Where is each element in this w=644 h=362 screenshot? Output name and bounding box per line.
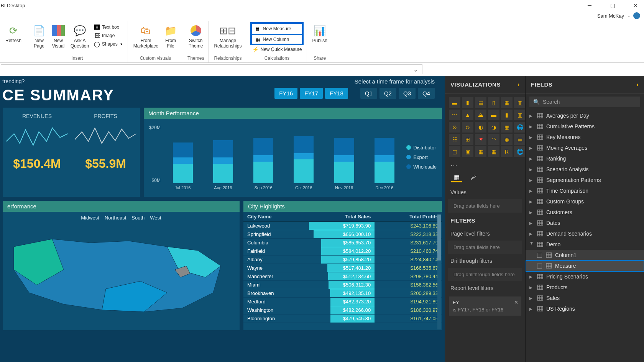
manage-relationships-button[interactable]: ⊞⊟ Manage Relationships (212, 22, 244, 51)
from-marketplace-button[interactable]: 🛍 From Marketplace (131, 22, 161, 51)
table-row[interactable]: Brookhaven$492,135.10$200,289.33 (243, 289, 442, 298)
table-item[interactable]: ▶Key Measures (526, 132, 644, 143)
from-file-button[interactable]: 📁 From File (161, 22, 180, 51)
visual-type-icon[interactable]: ▦ (475, 146, 486, 157)
slicer-fy18[interactable]: FY18 (325, 88, 348, 99)
table-item[interactable]: ▶Products (526, 282, 644, 293)
refresh-button[interactable]: ⟳ Refresh (3, 22, 24, 45)
region-performance-card[interactable]: erformance Midwest Northeast South West (2, 200, 240, 331)
slicer-q2[interactable]: Q2 (380, 88, 396, 99)
visual-type-icon[interactable]: ▤ (475, 97, 486, 108)
table-item[interactable]: ▶Ranking (526, 153, 644, 164)
table-row[interactable]: Wayne$517,481.20$166,535.67 (243, 264, 442, 272)
visual-type-icon[interactable]: ▥ (514, 97, 526, 108)
drill-dropzone[interactable]: Drag drillthrough fields here (448, 268, 522, 281)
table-item[interactable]: ▶Dates (526, 218, 644, 228)
visual-type-icon[interactable]: ▮ (462, 97, 473, 108)
table-item[interactable]: ▶Pricing Scenarios (526, 271, 644, 282)
slicer-q1[interactable]: Q1 (360, 88, 377, 99)
table-row[interactable]: Columbia$585,653.70$231,617.79 (243, 239, 442, 247)
new-column-button[interactable]: ▦New Column (250, 35, 303, 45)
table-item[interactable]: ▶Cumulative Patterns (526, 121, 644, 132)
table-item[interactable]: ▶Averages per Day (526, 110, 644, 121)
visual-type-icon[interactable]: ▦ (501, 134, 513, 145)
visual-type-icon[interactable]: ▲ (462, 110, 473, 120)
visual-type-icon[interactable]: ▯ (488, 97, 499, 108)
user-menu-chevron[interactable]: ⌄ (627, 14, 630, 18)
table-row[interactable]: Washington$482,266.00$186,320.97 (243, 306, 442, 314)
visual-type-icon[interactable]: R (501, 146, 513, 157)
visual-type-icon[interactable]: ▦ (488, 146, 499, 157)
visual-type-icon[interactable]: ⊙ (449, 122, 460, 133)
visual-type-icon[interactable]: ▬ (449, 97, 460, 108)
new-measure-button[interactable]: 🖥New Measure (250, 22, 303, 35)
month-performance-card[interactable]: Month Performance $20M $0M Jul 2016Aug 2… (143, 107, 442, 197)
table-item[interactable]: ▶Customers (526, 207, 644, 218)
table-row[interactable]: Medford$482,373.20$194,921.89 (243, 298, 442, 306)
table-item[interactable]: ▶Demo (526, 239, 644, 250)
table-row[interactable]: Bloomington$479,545.80$161,747.05 (243, 314, 442, 323)
city-highlights-card[interactable]: City Highlights City Name Total Sales To… (243, 200, 442, 331)
visual-type-icon[interactable]: 🔻 (475, 134, 486, 145)
new-page-button[interactable]: 📄 New Page (30, 22, 48, 51)
page-filters-dropzone[interactable]: Drag data fields here (448, 241, 522, 254)
visual-type-icon[interactable]: 🌐 (514, 146, 526, 157)
new-quick-measure-button[interactable]: ⚡New Quick Measure (250, 45, 303, 54)
visual-type-icon[interactable]: 🌐 (514, 122, 526, 133)
slicer-q3[interactable]: Q3 (399, 88, 416, 99)
table-row[interactable]: Miami$506,312.30$156,382.56 (243, 281, 442, 289)
window-minimize[interactable]: ─ (582, 1, 597, 10)
table-row[interactable]: Fairfield$584,012.20$210,460.74 (243, 247, 442, 256)
user-avatar[interactable] (633, 12, 640, 19)
window-maximize[interactable]: ▢ (605, 1, 620, 10)
field-checkbox[interactable] (537, 264, 542, 269)
fields-search[interactable]: 🔍 Search (529, 97, 640, 107)
visual-type-icon[interactable]: ▤ (514, 134, 526, 145)
visual-type-icon[interactable]: ☷ (449, 134, 460, 145)
visual-type-icon[interactable]: ▢ (449, 146, 460, 157)
publish-button[interactable]: 📊 Publish (310, 22, 330, 45)
table-row[interactable]: Lakewood$719,693.90$243,106.89 (243, 222, 442, 230)
image-button[interactable]: 🖼Image (92, 31, 125, 40)
col-city[interactable]: City Name (243, 212, 309, 222)
field-item[interactable]: Measure (526, 260, 644, 271)
slicer-fy16[interactable]: FY16 (274, 88, 297, 99)
field-item[interactable]: Column1 (526, 250, 644, 260)
visual-type-icon[interactable]: ⊞ (462, 134, 473, 145)
vis-collapse-icon[interactable]: › (518, 81, 520, 88)
table-item[interactable]: ▶Custom Groups (526, 196, 644, 207)
table-item[interactable]: ▶Demand Scenarios (526, 228, 644, 239)
table-item[interactable]: ▶Sales (526, 293, 644, 303)
formula-expand-icon[interactable]: ⌄ (409, 66, 422, 73)
visual-type-icon[interactable]: ⛰ (475, 110, 486, 120)
table-row[interactable]: Albany$579,858.20$224,840.14 (243, 256, 442, 264)
field-checkbox[interactable] (537, 253, 542, 258)
col-sales[interactable]: Total Sales (309, 212, 375, 222)
visual-type-icon[interactable]: 〰 (449, 110, 460, 120)
remove-filter-icon[interactable]: ✕ (514, 300, 518, 305)
slicer-q4[interactable]: Q4 (418, 88, 435, 99)
format-tab[interactable]: 🖌 (468, 173, 479, 182)
visual-type-icon[interactable]: ▬ (488, 110, 499, 120)
textbox-button[interactable]: 🅰Text box (92, 23, 125, 31)
window-close[interactable]: ✕ (628, 1, 643, 10)
fields-tab[interactable]: ▦ (451, 173, 462, 182)
table-item[interactable]: ▶Scenario Analysis (526, 164, 644, 175)
values-dropzone[interactable]: Drag data fields here (448, 199, 522, 213)
visual-type-icon[interactable]: ◠ (488, 134, 499, 145)
shapes-button[interactable]: ◯Shapes▼ (92, 40, 125, 48)
col-profits[interactable]: Total Profits (375, 212, 442, 222)
report-filter-fy[interactable]: FY ✕ is FY17, FY18 or FY16 (449, 296, 521, 316)
fields-collapse-icon[interactable]: › (636, 81, 639, 88)
visual-type-icon[interactable]: ⊚ (462, 122, 473, 133)
visual-type-icon[interactable]: ▦ (501, 122, 513, 133)
table-item[interactable]: ▶Time Comparison (526, 185, 644, 196)
table-item[interactable]: ▶US Regions (526, 303, 644, 314)
report-canvas[interactable]: trending? CE SUMMARY Select a time frame… (0, 76, 445, 362)
visual-type-icon[interactable]: ▥ (514, 110, 526, 120)
visual-type-icon[interactable]: ◑ (488, 122, 499, 133)
visual-type-icon[interactable]: ◐ (475, 122, 486, 133)
visual-type-icon[interactable]: ▮ (501, 110, 513, 120)
more-visuals-icon[interactable]: ⋯ (445, 161, 525, 169)
table-scrollbar[interactable] (437, 215, 441, 329)
